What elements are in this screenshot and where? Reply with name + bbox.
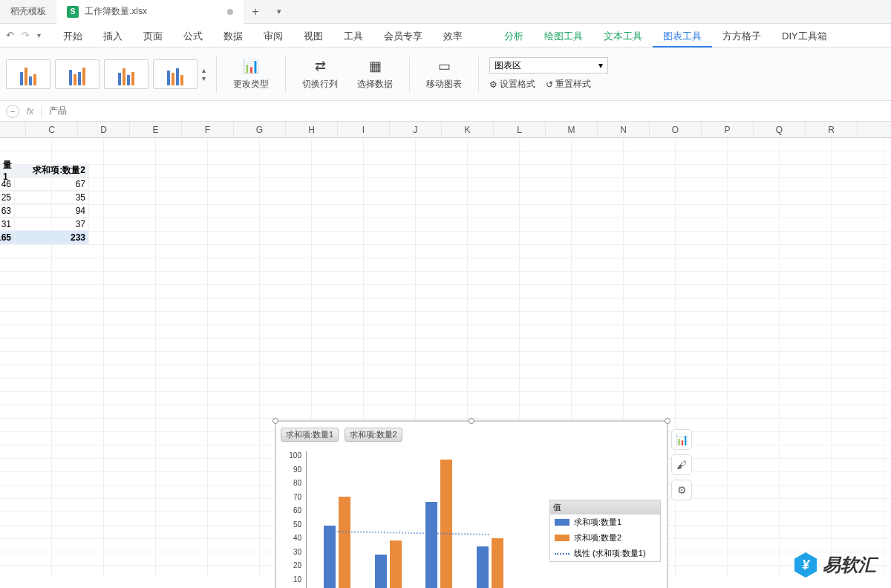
trendline[interactable] xyxy=(337,531,489,535)
cell-c-r1[interactable]: 46 xyxy=(0,177,15,191)
chart-element-select[interactable]: 图表区 ▾ xyxy=(489,57,608,74)
select-data-button[interactable]: ▦ 选择数据 xyxy=(351,57,399,91)
change-type-label: 更改类型 xyxy=(233,78,269,91)
col-header-L[interactable]: L xyxy=(494,122,546,137)
bar-s1-2[interactable] xyxy=(425,502,437,588)
bar-group-1[interactable] xyxy=(369,540,408,588)
cell-c-r4[interactable]: 31 xyxy=(0,218,15,231)
col-header-J[interactable]: J xyxy=(390,122,442,137)
col-header-H[interactable]: H xyxy=(286,122,338,137)
bar-group-2[interactable] xyxy=(420,460,458,588)
swap-label: 切换行列 xyxy=(302,78,338,91)
set-format-button[interactable]: ⚙设置格式 xyxy=(489,78,535,91)
menu-data[interactable]: 数据 xyxy=(213,25,253,48)
col-header-I[interactable]: I xyxy=(338,122,390,137)
menu-formula[interactable]: 公式 xyxy=(173,25,213,48)
cell-c-r3[interactable]: 63 xyxy=(0,204,15,218)
cell-d-r2[interactable]: 35 xyxy=(15,191,89,204)
chart-elements-button[interactable]: 📊 xyxy=(671,429,692,450)
style-gallery-more[interactable]: ▴▾ xyxy=(202,59,206,89)
bar-s1-0[interactable] xyxy=(324,526,336,588)
legend-item-2[interactable]: 求和项:数量2 xyxy=(550,530,660,546)
chart-handle-tl[interactable] xyxy=(272,418,278,424)
pivot-header-a[interactable]: 量1 xyxy=(0,164,15,177)
bar-s1-3[interactable] xyxy=(477,546,489,588)
redo-button[interactable]: ↷ xyxy=(22,30,30,41)
tab-templates[interactable]: 稻壳模板 xyxy=(0,0,56,24)
menu-insert[interactable]: 插入 xyxy=(93,25,133,48)
fx-icon[interactable]: fx xyxy=(27,106,33,117)
swap-rowcol-button[interactable]: ⇄ 切换行列 xyxy=(296,57,344,91)
col-header-E[interactable]: E xyxy=(130,122,182,137)
chart-style-3[interactable] xyxy=(104,59,148,89)
cell-d-r1[interactable]: 67 xyxy=(15,177,89,191)
col-header-D[interactable]: D xyxy=(78,122,130,137)
menu-texttools[interactable]: 文本工具 xyxy=(593,25,653,48)
cell-d-total[interactable]: 233 xyxy=(15,231,89,244)
move-chart-button[interactable]: ▭ 移动图表 xyxy=(420,57,468,91)
field-button-2[interactable]: 求和项:数量2 xyxy=(345,428,402,442)
legend-item-3[interactable]: 线性 (求和项:数量1) xyxy=(550,546,660,561)
menu-diy[interactable]: DIY工具箱 xyxy=(771,25,838,48)
pivot-header-b[interactable]: 求和项:数量2 xyxy=(15,164,89,177)
tab-file[interactable]: S 工作簿数量.xlsx xyxy=(56,0,244,24)
menu-drawtools[interactable]: 绘图工具 xyxy=(534,25,593,48)
bar-group-3[interactable] xyxy=(471,538,509,588)
cell-d-r3[interactable]: 94 xyxy=(15,204,89,218)
bar-s1-1[interactable] xyxy=(375,555,387,588)
col-header-M[interactable]: M xyxy=(546,122,598,137)
chart-handle-tr[interactable] xyxy=(665,418,670,424)
chart-handle-tc[interactable] xyxy=(469,418,474,424)
menu-review[interactable]: 审阅 xyxy=(253,25,293,48)
col-header-G[interactable]: G xyxy=(234,122,286,137)
cell-c-total[interactable]: 165 xyxy=(0,231,15,244)
bar-s2-1[interactable] xyxy=(390,540,402,588)
new-tab-button[interactable]: + xyxy=(244,5,267,19)
bar-s2-3[interactable] xyxy=(492,538,503,588)
bar-group-0[interactable] xyxy=(318,497,356,588)
field-button-1[interactable]: 求和项:数量1 xyxy=(281,428,339,442)
menu-page[interactable]: 页面 xyxy=(133,25,173,48)
ytick-100: 100 xyxy=(289,451,301,460)
menu-tools[interactable]: 工具 xyxy=(333,25,373,48)
tab-menu-button[interactable]: ▾ xyxy=(267,7,291,16)
cell-d-r4[interactable]: 37 xyxy=(15,218,89,231)
chart-object[interactable]: 求和项:数量1 求和项:数量2 0102030405060708090100 值… xyxy=(275,420,668,588)
chart-legend[interactable]: 值 求和项:数量1 求和项:数量2 线性 (求和项:数量1) xyxy=(549,500,661,562)
col-header-F[interactable]: F xyxy=(182,122,234,137)
col-header-C[interactable]: C xyxy=(26,122,78,137)
chart-style-gallery[interactable]: ▴▾ xyxy=(6,59,206,89)
col-header-R[interactable]: R xyxy=(806,122,858,137)
menu-view[interactable]: 视图 xyxy=(293,25,333,48)
change-type-button[interactable]: 📊 更改类型 xyxy=(227,57,275,91)
quick-more-button[interactable]: ▾ xyxy=(37,31,41,39)
menu-ffgz[interactable]: 方方格子 xyxy=(712,25,771,48)
ytick-50: 50 xyxy=(293,520,301,528)
menu-member[interactable]: 会员专享 xyxy=(373,25,433,48)
chevron-down-icon: ▾ xyxy=(598,60,603,71)
legend-item-1[interactable]: 求和项:数量1 xyxy=(550,514,660,530)
bar-s2-0[interactable] xyxy=(339,497,350,588)
col-header-P[interactable]: P xyxy=(702,122,754,137)
ytick-10: 10 xyxy=(293,575,301,583)
formula-value[interactable]: 产品 xyxy=(49,105,67,117)
chart-style-2[interactable] xyxy=(55,59,99,89)
reset-style-button[interactable]: ↺重置样式 xyxy=(546,78,591,91)
cell-c-r2[interactable]: 25 xyxy=(0,191,15,204)
col-header-O[interactable]: O xyxy=(650,122,702,137)
menu-charttools[interactable]: 图表工具 xyxy=(653,25,712,48)
col-header-N[interactable]: N xyxy=(598,122,650,137)
chart-style-4[interactable] xyxy=(153,59,198,89)
chart-style-1[interactable] xyxy=(6,59,50,89)
undo-button[interactable]: ↶ xyxy=(6,30,14,41)
menu-eff[interactable]: 效率 xyxy=(433,25,473,48)
chart-brush-button[interactable]: 🖌 xyxy=(671,454,692,475)
namebox-zoom-icon[interactable]: – xyxy=(6,105,19,118)
chart-settings-button[interactable]: ⚙ xyxy=(671,480,692,500)
menu-analysis[interactable]: 分析 xyxy=(494,25,534,48)
plot-area[interactable] xyxy=(306,451,521,588)
col-header-K[interactable]: K xyxy=(442,122,494,137)
menu-start[interactable]: 开始 xyxy=(53,25,93,48)
bar-s2-2[interactable] xyxy=(440,460,452,588)
col-header-Q[interactable]: Q xyxy=(754,122,806,137)
